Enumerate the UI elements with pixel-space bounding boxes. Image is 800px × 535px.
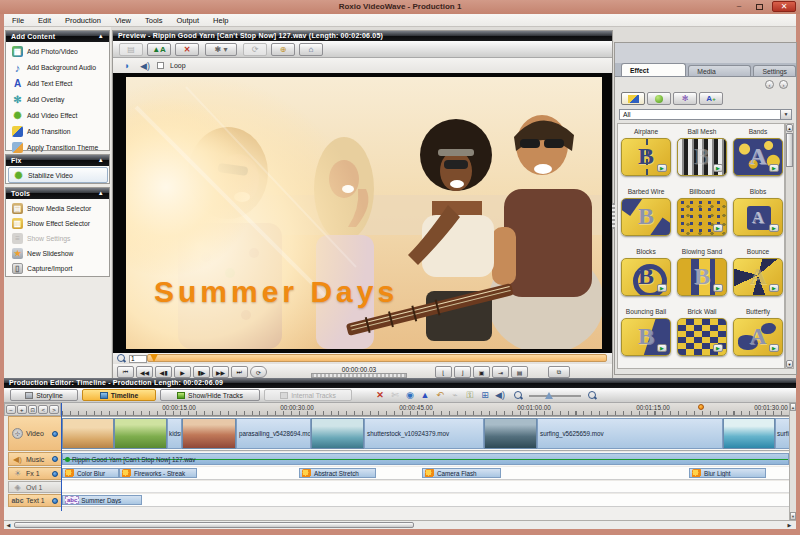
effect-item-barbed-wire[interactable]: Barbed Wire B▶ xyxy=(618,186,674,246)
play-preview-icon[interactable]: ▶ xyxy=(657,284,667,292)
fx-clip[interactable]: Camera Flash xyxy=(422,468,501,478)
play-preview-icon[interactable]: ▶ xyxy=(713,164,723,172)
paint-tool-icon[interactable]: ◗ xyxy=(121,60,133,72)
effect-thumbnail[interactable]: ▶ xyxy=(677,318,727,356)
category-video-effects-button[interactable] xyxy=(647,92,671,105)
play-button[interactable]: ▶ xyxy=(174,366,191,378)
effect-item-butterfly[interactable]: Butterfly A▶ xyxy=(730,306,785,366)
playhead-line[interactable] xyxy=(61,403,62,511)
effect-thumbnail[interactable]: B▶ xyxy=(677,258,727,296)
fast-forward-button[interactable]: ▶▶ xyxy=(212,366,229,378)
fullscreen-button[interactable]: ⧉ xyxy=(548,366,570,378)
menu-view[interactable]: View xyxy=(115,16,131,25)
category-transitions-button[interactable] xyxy=(621,92,645,105)
zoom-slider-thumb[interactable] xyxy=(545,392,553,399)
play-preview-icon[interactable]: ▶ xyxy=(769,284,779,292)
tab-effect-selector[interactable]: Effect Selector xyxy=(621,63,686,76)
storyline-tab-button[interactable]: Storyline xyxy=(10,389,78,401)
category-text-effects-button[interactable]: A+ xyxy=(699,92,723,105)
fx-clip[interactable]: Blur Light xyxy=(689,468,766,478)
hscroll-right-button[interactable]: ▶ xyxy=(785,521,794,529)
music-clip[interactable]: Rippin Good Yarn [Can't Stop Now] 127.wa… xyxy=(62,453,789,465)
effect-item-brick-wall[interactable]: Brick Wall ▶ xyxy=(674,306,730,366)
scroll-thumb[interactable] xyxy=(786,133,793,167)
target-position-button[interactable]: ⊕ xyxy=(271,43,295,56)
video-clip[interactable]: parasailing_v5428694.mov xyxy=(236,418,311,449)
video-clip-thumbnail[interactable] xyxy=(182,418,236,449)
prev-edit-button[interactable]: < xyxy=(38,405,48,414)
insert-clip-button[interactable]: ▣ xyxy=(473,366,490,378)
effect-item-bounce[interactable]: Bounce A▶ xyxy=(730,246,785,306)
panel-splitter-grip[interactable] xyxy=(612,203,615,229)
track-audio-icon[interactable]: ◀) xyxy=(494,389,506,401)
effect-thumbnail[interactable]: A▶ xyxy=(733,318,783,356)
play-preview-icon[interactable]: ▶ xyxy=(657,164,667,172)
effect-item-bouncing-ball[interactable]: Bouncing Ball B▶ xyxy=(618,306,674,366)
dropdown-arrow-button[interactable]: ▼ xyxy=(780,110,791,119)
delete-button[interactable]: ✕ xyxy=(175,43,199,56)
menu-output[interactable]: Output xyxy=(177,16,200,25)
video-clip-thumbnail[interactable] xyxy=(62,418,114,449)
sidebar-item-add-background-audio[interactable]: ♪ Add Background Audio xyxy=(8,60,108,75)
category-overlays-button[interactable]: ✻ xyxy=(673,92,697,105)
play-preview-icon[interactable]: ▶ xyxy=(769,164,779,172)
effect-thumbnail[interactable]: B▶ xyxy=(621,258,671,296)
add-content-header[interactable]: ▲Add Content xyxy=(6,31,109,42)
hscroll-left-button[interactable]: ◀ xyxy=(4,521,13,529)
scrub-position-marker[interactable] xyxy=(150,354,158,362)
menu-edit[interactable]: Edit xyxy=(38,16,51,25)
sidebar-item-capture-import[interactable]: ▯ Capture/Import xyxy=(8,261,108,276)
effect-thumbnail[interactable]: B▶ xyxy=(621,318,671,356)
panel-expand-button[interactable]: › xyxy=(779,80,788,89)
fx-clip[interactable]: Fireworks - Streak xyxy=(119,468,197,478)
sidebar-item-add-overlay[interactable]: ✻ Add Overlay xyxy=(8,92,108,107)
video-clip-thumbnail[interactable] xyxy=(484,418,537,449)
go-end-button[interactable]: ⏭ xyxy=(231,366,248,378)
play-preview-icon[interactable]: ▶ xyxy=(713,344,723,352)
preview-video-frame[interactable]: Summer Days xyxy=(126,77,602,349)
effect-thumbnail[interactable]: A▶ xyxy=(733,258,783,296)
tools-header[interactable]: ▲Tools xyxy=(6,188,109,199)
effect-item-airplane[interactable]: Airplane B▶ xyxy=(618,126,674,186)
track-header-fx1[interactable]: ☀ Fx 1 xyxy=(8,467,62,480)
clip-properties-icon[interactable]: ◉ xyxy=(404,389,416,401)
effect-thumbnail[interactable]: A▶ xyxy=(733,138,783,176)
sidebar-item-stabilize-video[interactable]: ✺ Stabilize Video xyxy=(8,167,108,183)
track-header-ovl1[interactable]: ◈ Ovl 1 xyxy=(8,481,62,493)
menu-help[interactable]: Help xyxy=(213,16,228,25)
video-clip[interactable]: surfin xyxy=(775,418,790,449)
play-preview-icon[interactable]: ▶ xyxy=(657,224,667,232)
effect-item-billboard[interactable]: Billboard ▶ xyxy=(674,186,730,246)
effect-filter-dropdown[interactable]: All ▼ xyxy=(619,109,792,120)
sidebar-item-show-media-selector[interactable]: ▤ Show Media Selector xyxy=(8,201,108,216)
menu-file[interactable]: File xyxy=(12,16,24,25)
video-clip[interactable]: kidsur... xyxy=(167,418,182,449)
sidebar-item-add-photo-video[interactable]: ▦ Add Photo/Video xyxy=(8,44,108,59)
effect-thumbnail[interactable]: B▶ xyxy=(677,138,727,176)
fx-clip[interactable]: Abstract Stretch xyxy=(299,468,376,478)
effect-item-blowing-sand[interactable]: Blowing Sand B▶ xyxy=(674,246,730,306)
video-clip[interactable]: surfing_v5625659.mov xyxy=(537,418,723,449)
sidebar-item-add-text-effect[interactable]: A Add Text Effect xyxy=(8,76,108,91)
vscroll-up-button[interactable]: ▲ xyxy=(790,403,796,411)
step-forward-button[interactable]: ▮▶ xyxy=(193,366,210,378)
show-hide-tracks-button[interactable]: Show/Hide Tracks xyxy=(160,389,260,401)
tab-media-selector[interactable]: Media Selector xyxy=(688,65,751,76)
track-enable-dot[interactable] xyxy=(52,498,58,504)
grid-view-icon[interactable]: ⊞ xyxy=(479,389,491,401)
text-clip[interactable]: abc Summer Days xyxy=(62,495,142,505)
effects-scrollbar[interactable]: ▲ ▼ xyxy=(785,123,794,369)
fit-timeline-button[interactable]: ⊡ xyxy=(28,405,38,414)
zoom-out-button[interactable]: − xyxy=(6,405,16,414)
rewind-button[interactable]: ◀◀ xyxy=(136,366,153,378)
scroll-down-button[interactable]: ▼ xyxy=(786,360,793,368)
minimize-button[interactable]: – xyxy=(730,3,748,12)
effect-item-bands[interactable]: Bands A▶ xyxy=(730,126,785,186)
next-marker-button[interactable]: ⇥ xyxy=(492,366,509,378)
sidebar-item-show-effect-selector[interactable]: ▥ Show Effect Selector xyxy=(8,216,108,231)
track-enable-dot[interactable] xyxy=(52,431,58,437)
timeline-vscrollbar[interactable]: ▲ ▼ xyxy=(789,403,796,520)
track-enable-dot[interactable] xyxy=(52,471,58,477)
timeline-ruler[interactable]: 00:00:15.00 00:00:30.00 00:00:45.00 00:0… xyxy=(61,403,790,416)
next-edit-button[interactable]: > xyxy=(49,405,59,414)
